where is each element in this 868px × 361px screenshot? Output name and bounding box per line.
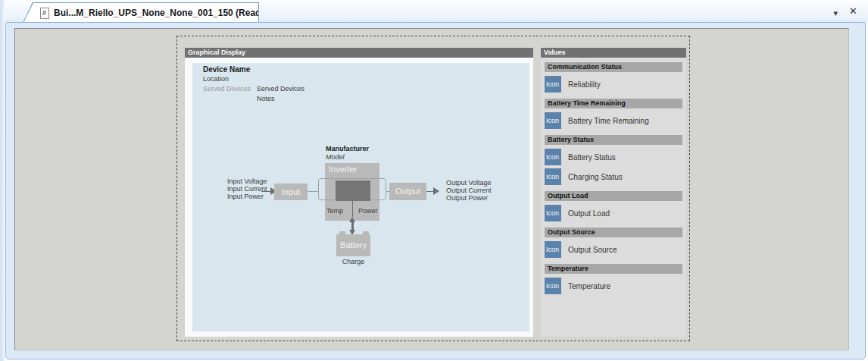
section-temperature: Temperature Icon Temperature [545, 264, 682, 294]
value-icon-placeholder: Icon [545, 149, 561, 165]
value-row-label: Battery Time Remaining [568, 117, 649, 125]
value-icon-placeholder: Icon [545, 278, 561, 294]
graphic-canvas: Device Name Location Served Devices Serv… [192, 63, 529, 331]
output-power-label: Output Power [446, 194, 492, 202]
inverter-battery-line [352, 201, 353, 217]
document-frame: Graphical Display Device Name Location S… [5, 22, 866, 359]
graphical-display-header: Graphical Display [185, 48, 533, 58]
model-label: Model [326, 153, 345, 161]
section-output-source: Output Source Icon Output Source [545, 228, 682, 258]
selection-bounds: Graphical Display Device Name Location S… [176, 36, 690, 341]
tab-title: Bui...M_Riello_UPS_None_None_001_150 (Re… [54, 8, 286, 18]
value-row: Icon Charging Status [545, 168, 682, 185]
value-row-label: Charging Status [568, 173, 623, 181]
power-label: Power [358, 207, 378, 215]
input-power-label: Input Power [227, 193, 267, 200]
charge-label: Charge [336, 258, 370, 265]
value-row: Icon Battery Status [545, 149, 682, 165]
document-icon [40, 8, 49, 19]
values-header: Values [541, 48, 686, 58]
section-header: Output Source [545, 228, 682, 237]
value-row-label: Output Load [568, 209, 610, 218]
input-metrics-labels: Input Voltage Input Current Input Power [227, 177, 267, 200]
tab-close-icon[interactable]: ✕ [295, 8, 301, 18]
side-splitter-strip [0, 0, 5, 361]
tab-bar: Bui...M_Riello_UPS_None_None_001_150 (Re… [5, 0, 868, 23]
section-header: Communication Status [545, 62, 682, 72]
notes-label: Notes [257, 95, 275, 102]
output-arrow-icon [433, 187, 439, 195]
value-row: Icon Output Load [545, 205, 682, 221]
input-voltage-label: Input Voltage [227, 177, 267, 185]
value-icon-placeholder: Icon [545, 112, 561, 129]
section-header: Temperature [545, 264, 682, 274]
value-row: Icon Temperature [545, 278, 682, 294]
value-row: Icon Battery Time Remaining [545, 112, 682, 129]
value-icon-placeholder: Icon [545, 168, 561, 185]
manufacturer-label: Manufacturer [326, 145, 369, 152]
values-panel: Values Communication Status Icon Reliabi… [541, 48, 686, 337]
chevron-down-icon[interactable]: ▾ [833, 7, 838, 19]
graphical-display-panel: Graphical Display Device Name Location S… [185, 48, 533, 337]
tab-body: Bui...M_Riello_UPS_None_None_001_150 (Re… [23, 3, 258, 23]
value-row-label: Temperature [568, 282, 610, 290]
section-header: Battery Status [545, 135, 682, 145]
value-row: Icon Reliability [545, 76, 682, 93]
section-header: Battery Time Remaining [545, 99, 682, 108]
tab-document[interactable]: Bui...M_Riello_UPS_None_None_001_150 (Re… [23, 2, 259, 23]
section-communication-status: Communication Status Icon Reliability [545, 62, 682, 93]
device-name-label: Device Name [203, 65, 250, 74]
input-to-inverter-line [308, 191, 319, 192]
editor-work-area: Graphical Display Device Name Location S… [14, 28, 849, 350]
value-icon-placeholder: Icon [545, 205, 561, 221]
output-current-label: Output Current [446, 187, 492, 194]
close-icon[interactable]: ✕ [849, 5, 857, 17]
battery-box: Battery [336, 234, 370, 256]
values-content: Communication Status Icon Reliability Ba… [541, 58, 686, 294]
input-box: Input [274, 184, 308, 200]
value-row-label: Battery Status [568, 153, 616, 162]
value-row-label: Reliability [568, 80, 601, 89]
value-row: Icon Output Source [545, 241, 682, 258]
location-label: Location [203, 75, 229, 83]
temp-label: Temp [326, 207, 343, 215]
section-battery-time-remaining: Battery Time Remaining Icon Battery Time… [545, 99, 682, 129]
value-icon-placeholder: Icon [545, 76, 561, 93]
output-metrics-labels: Output Voltage Output Current Output Pow… [446, 179, 492, 202]
value-row-label: Output Source [568, 246, 617, 254]
served-devices-caption: Served Devices [203, 85, 251, 93]
output-box: Output [389, 183, 426, 200]
value-icon-placeholder: Icon [545, 241, 561, 258]
section-battery-status: Battery Status Icon Battery Status Icon … [545, 135, 682, 185]
battery-double-arrow-icon [349, 217, 356, 235]
section-output-load: Output Load Icon Output Load [545, 191, 682, 221]
served-devices-value: Served Devices [257, 85, 304, 93]
output-connector-line [426, 191, 433, 192]
section-header: Output Load [545, 191, 682, 201]
input-connector-line [261, 191, 270, 192]
inverter-core-rect [336, 180, 370, 201]
output-voltage-label: Output Voltage [446, 179, 492, 187]
